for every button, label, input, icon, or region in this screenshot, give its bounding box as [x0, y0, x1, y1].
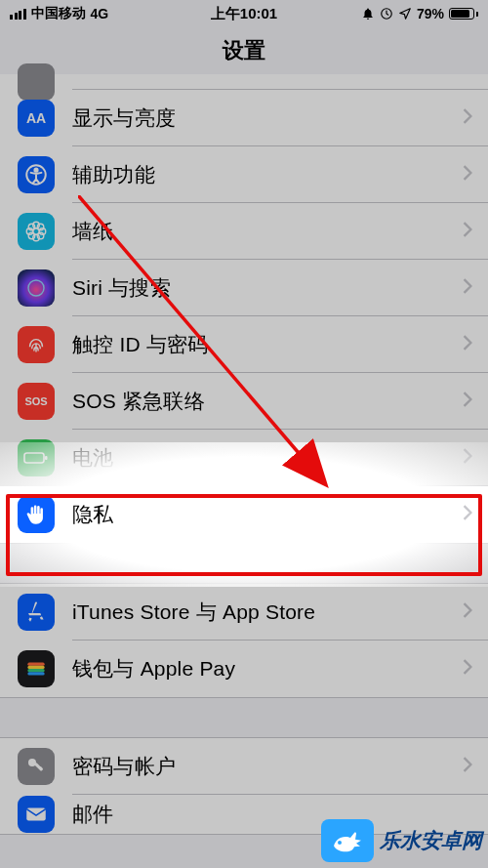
wallet-icon: [18, 650, 55, 687]
wallpaper-icon: [18, 213, 55, 250]
chevron-right-icon: [463, 165, 472, 185]
row-label: 触控 ID 与密码: [72, 331, 463, 358]
settings-row-wallpaper[interactable]: 墙纸: [0, 203, 488, 260]
watermark-text: 乐水安卓网: [380, 827, 482, 854]
chevron-right-icon: [463, 757, 472, 776]
settings-row-wallet[interactable]: 钱包与 Apple Pay: [0, 641, 488, 697]
settings-row-accessibility[interactable]: 辅助功能: [0, 146, 488, 203]
svg-rect-24: [26, 808, 46, 821]
chevron-right-icon: [463, 108, 472, 128]
settings-row-battery[interactable]: 电池: [0, 430, 488, 486]
chevron-right-icon: [463, 392, 472, 411]
accessibility-icon: [18, 156, 55, 193]
siri-icon: [18, 269, 55, 307]
settings-row-touchid[interactable]: 触控 ID 与密码: [0, 316, 488, 373]
svg-rect-15: [24, 453, 44, 463]
page-title: 设置: [223, 36, 265, 65]
settings-row-privacy[interactable]: 隐私: [0, 486, 488, 543]
settings-row-itunes[interactable]: iTunes Store 与 App Store: [0, 584, 488, 641]
svg-rect-18: [27, 666, 44, 669]
row-label: Siri 与搜索: [72, 274, 463, 302]
settings-row-sos[interactable]: SOS SOS 紧急联络: [0, 373, 488, 430]
svg-point-13: [28, 280, 44, 296]
row-label: 电池: [72, 444, 463, 472]
chevron-right-icon: [463, 335, 472, 354]
clock-label: 上午10:01: [0, 5, 488, 23]
svg-text:SOS: SOS: [24, 395, 47, 407]
svg-rect-22: [34, 763, 43, 771]
settings-row-siri[interactable]: Siri 与搜索: [0, 260, 488, 316]
svg-rect-20: [27, 672, 44, 675]
settings-list: AA 显示与亮度 辅助功能 墙纸 Siri 与搜索: [0, 74, 488, 835]
chevron-right-icon: [463, 505, 472, 524]
mail-icon: [18, 796, 55, 833]
svg-rect-19: [27, 669, 44, 672]
row-label: iTunes Store 与 App Store: [72, 599, 463, 626]
row-label: 辅助功能: [72, 161, 463, 188]
battery-icon: [449, 8, 478, 20]
settings-row-partial-top[interactable]: [0, 74, 488, 90]
row-label: 钱包与 Apple Pay: [72, 655, 463, 682]
settings-row-display[interactable]: AA 显示与亮度: [0, 90, 488, 146]
row-label: 密码与帐户: [72, 753, 463, 780]
chevron-right-icon: [463, 278, 472, 298]
status-bar: 中国移动 4G 上午10:01 79%: [0, 0, 488, 27]
settings-row-passwords-accounts[interactable]: 密码与帐户: [0, 738, 488, 795]
svg-text:AA: AA: [26, 110, 46, 126]
watermark: 乐水安卓网: [321, 819, 482, 862]
privacy-hand-icon: [18, 496, 55, 533]
row-label: 墙纸: [72, 218, 463, 245]
appstore-icon: [18, 594, 55, 631]
battery-settings-icon: [18, 439, 55, 476]
row-label: 显示与亮度: [72, 104, 463, 132]
key-icon: [18, 748, 55, 785]
row-label: 隐私: [72, 501, 463, 528]
chevron-right-icon: [463, 222, 472, 241]
watermark-logo-icon: [321, 819, 374, 862]
row-label: SOS 紧急联络: [72, 388, 463, 415]
sos-icon: SOS: [18, 383, 55, 420]
touchid-icon: [18, 326, 55, 363]
svg-rect-17: [27, 663, 44, 666]
chevron-right-icon: [463, 602, 472, 622]
svg-rect-16: [45, 456, 48, 460]
chevron-right-icon: [463, 659, 472, 679]
chevron-right-icon: [463, 448, 472, 468]
display-brightness-icon: AA: [18, 100, 55, 137]
svg-point-3: [34, 169, 37, 172]
nav-bar: 设置: [0, 27, 488, 74]
